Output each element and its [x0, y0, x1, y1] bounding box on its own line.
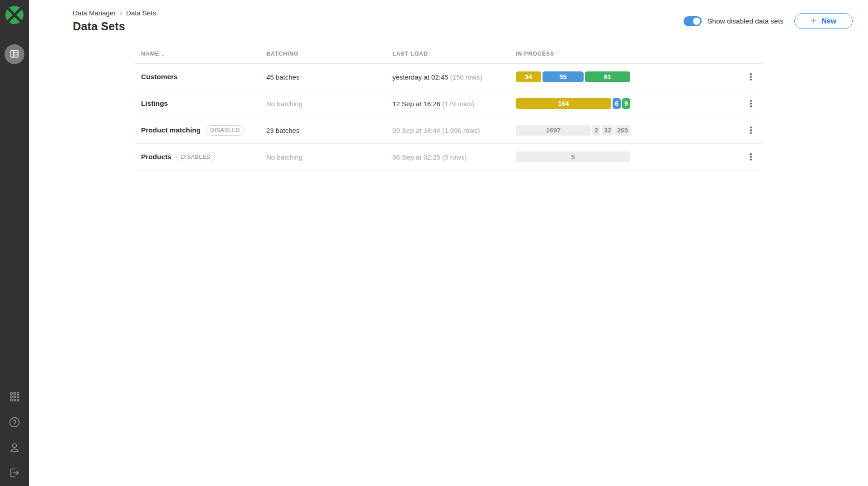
progress-segment: 164 — [516, 98, 611, 109]
new-button-label: New — [821, 17, 836, 25]
column-header-batching[interactable]: BATCHING — [266, 51, 392, 57]
progress-segment: 265 — [615, 125, 630, 136]
sidebar-bottom — [8, 391, 21, 486]
apps-grid-button[interactable] — [8, 391, 21, 404]
user-button[interactable] — [8, 442, 21, 454]
table-row-product-matching[interactable]: Product matching DISABLED 23 batches 09 … — [135, 117, 762, 144]
row-menu-button[interactable] — [744, 96, 758, 111]
apps-grid-icon — [9, 391, 20, 404]
last-load-cell: yesterday at 02:45 (150 rows) — [392, 73, 516, 81]
progress-segment: 2 — [592, 125, 600, 136]
column-header-last-load[interactable]: LAST LOAD — [392, 51, 516, 57]
disabled-badge: DISABLED — [206, 125, 245, 136]
logout-icon — [9, 467, 20, 480]
last-load-cell: 09 Sep at 18:44 (1,996 rows) — [392, 127, 516, 134]
sort-desc-icon: ↓ — [161, 50, 165, 57]
help-icon — [9, 416, 20, 429]
toggle-knob — [693, 18, 700, 25]
toggle-label: Show disabled data sets — [708, 17, 783, 25]
show-disabled-toggle-group[interactable]: Show disabled data sets — [684, 16, 783, 26]
user-icon — [9, 442, 20, 455]
header-controls: Show disabled data sets + New — [684, 13, 853, 29]
data-set-name[interactable]: Products — [141, 153, 171, 161]
progress-segment: 5 — [516, 151, 630, 162]
column-header-in-process[interactable]: IN PROCESS — [516, 51, 631, 57]
table-row-products[interactable]: Products DISABLED No batching 06 Sep at … — [135, 144, 762, 170]
batching-cell: No batching — [266, 100, 392, 108]
row-menu-button[interactable] — [744, 150, 758, 164]
breadcrumb-data-sets[interactable]: Data Sets — [126, 9, 156, 17]
batching-cell: No batching — [266, 153, 392, 161]
breadcrumb-data-manager[interactable]: Data Manager — [73, 9, 116, 17]
last-load-cell: 06 Sep at 02:25 (5 rows) — [392, 153, 516, 161]
sidebar — [0, 0, 29, 486]
progress-segment: 9 — [622, 98, 630, 109]
batching-cell: 23 batches — [266, 127, 392, 134]
disabled-badge: DISABLED — [176, 152, 215, 162]
plus-icon: + — [811, 16, 816, 26]
progress-segment: 32 — [602, 125, 613, 136]
column-header-name[interactable]: NAME ↓ — [141, 50, 266, 57]
progress-segment: 1697 — [516, 125, 591, 136]
in-process-bar: 5 — [516, 151, 630, 162]
new-button[interactable]: + New — [794, 13, 853, 29]
in-process-bar: 345561 — [516, 71, 630, 82]
table-row-customers[interactable]: Customers 45 batches yesterday at 02:45 … — [135, 64, 762, 90]
show-disabled-toggle[interactable] — [684, 16, 702, 26]
in-process-bar: 1697232265 — [516, 125, 630, 136]
progress-segment: 55 — [542, 71, 584, 82]
data-set-name[interactable]: Listings — [141, 99, 168, 108]
progress-segment: 6 — [613, 98, 621, 109]
sidebar-item-data-sets[interactable] — [5, 44, 24, 64]
main-content: Data Manager › Data Sets Data Sets Show … — [29, 0, 868, 486]
table-header-row: NAME ↓ BATCHING LAST LOAD IN PROCESS — [135, 44, 762, 64]
help-button[interactable] — [8, 416, 21, 429]
batching-cell: 45 batches — [266, 73, 392, 81]
row-menu-button[interactable] — [744, 123, 758, 137]
in-process-bar: 16469 — [516, 98, 630, 109]
progress-segment: 61 — [585, 71, 630, 82]
data-set-name[interactable]: Customers — [141, 73, 178, 81]
row-menu-button[interactable] — [744, 70, 758, 84]
logout-button[interactable] — [8, 467, 21, 480]
breadcrumb-separator-icon: › — [120, 9, 122, 17]
table-row-listings[interactable]: Listings No batching 12 Sep at 16:26 (17… — [135, 90, 762, 117]
data-set-name[interactable]: Product matching — [141, 126, 201, 134]
progress-segment: 34 — [516, 71, 541, 82]
last-load-cell: 12 Sep at 16:26 (179 rows) — [392, 100, 516, 108]
data-sets-table: NAME ↓ BATCHING LAST LOAD IN PROCESS Cus… — [135, 44, 762, 170]
table-icon — [9, 48, 20, 61]
clover-logo[interactable] — [5, 6, 24, 24]
